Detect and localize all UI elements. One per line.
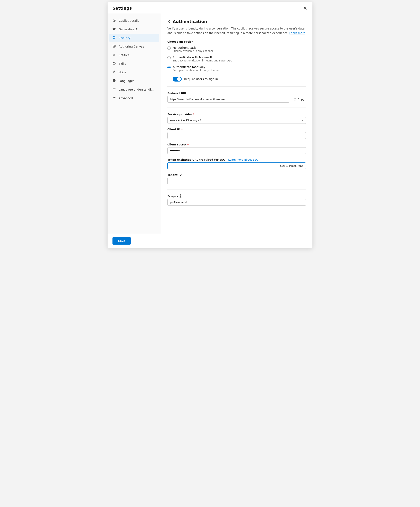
- radio-option-microsoft-auth[interactable]: Authenticate with Microsoft Entra ID aut…: [167, 56, 306, 62]
- sidebar-item-advanced[interactable]: Advanced: [109, 94, 159, 102]
- choose-option-label: Choose an option: [167, 40, 306, 43]
- svg-rect-6: [113, 63, 115, 64]
- learn-more-link[interactable]: Learn more: [289, 31, 305, 35]
- token-exchange-url-group: Token exchange URL (required for SSO) Le…: [167, 158, 306, 169]
- languages-icon: [112, 79, 116, 83]
- settings-window: Settings Copilot detailsGenerative AISec…: [107, 2, 313, 248]
- tenant-id-input[interactable]: [167, 178, 306, 184]
- sidebar-item-voice-label: Voice: [119, 71, 126, 74]
- sidebar-item-authoring-canvas[interactable]: Authoring Canvas: [109, 42, 159, 51]
- sidebar: Copilot detailsGenerative AISecurityAuth…: [107, 13, 161, 234]
- client-secret-label: Client secret *: [167, 143, 306, 146]
- redirect-url-group: Redirect URL Copy: [167, 92, 306, 103]
- tenant-id-label: Tenant ID: [167, 173, 306, 176]
- svg-rect-7: [114, 71, 114, 72]
- window-header: Settings: [107, 2, 313, 13]
- sidebar-item-entities-label: Entities: [119, 53, 129, 57]
- client-secret-input[interactable]: [167, 147, 306, 154]
- sso-learn-more-link[interactable]: Learn more about SSO: [228, 158, 258, 161]
- sidebar-item-language-understanding-label: Language understandi...: [119, 88, 154, 91]
- service-provider-wrapper: Azure Active Directory v2 Azure Active D…: [167, 117, 306, 124]
- advanced-icon: [112, 96, 116, 100]
- main-content: Authentication Verify a user's identity …: [161, 13, 313, 234]
- svg-rect-1: [113, 45, 114, 46]
- window-title: Settings: [113, 6, 132, 11]
- client-id-required: *: [181, 128, 183, 131]
- toggle-row: Require users to sign in: [173, 77, 306, 82]
- redirect-url-row: Copy: [167, 96, 306, 103]
- toggle-label: Require users to sign in: [184, 77, 218, 81]
- radio-no-auth-sub: Publicly available in any channel: [173, 49, 213, 52]
- client-id-label: Client ID *: [167, 128, 306, 131]
- divider-2: [167, 107, 306, 108]
- redirect-url-label: Redirect URL: [167, 92, 306, 95]
- scopes-input[interactable]: [167, 199, 306, 206]
- radio-microsoft-auth-sub: Entra ID authentication in Teams and Pow…: [173, 59, 232, 62]
- sidebar-item-language-understanding[interactable]: Language understandi...: [109, 85, 159, 94]
- scopes-group: Scopes i: [167, 194, 306, 206]
- radio-manual-auth-sub: Set up authentication for any channel: [173, 69, 219, 72]
- section-title: Authentication: [173, 19, 207, 24]
- sidebar-item-entities[interactable]: abEntities: [109, 51, 159, 59]
- token-exchange-url-input[interactable]: [167, 162, 306, 169]
- svg-rect-2: [114, 45, 115, 46]
- sidebar-item-security-label: Security: [119, 36, 130, 40]
- service-provider-label: Service provider *: [167, 113, 306, 116]
- close-button[interactable]: [303, 6, 307, 11]
- window-body: Copilot detailsGenerative AISecurityAuth…: [107, 13, 313, 234]
- sidebar-item-advanced-label: Advanced: [119, 97, 133, 100]
- copy-icon: [293, 98, 296, 101]
- client-secret-group: Client secret *: [167, 143, 306, 154]
- radio-no-auth[interactable]: [167, 47, 171, 50]
- save-button[interactable]: Save: [113, 237, 131, 245]
- radio-group: No authentication Publicly available in …: [167, 46, 306, 72]
- radio-manual-auth-main: Authenticate manually: [173, 65, 219, 69]
- scopes-label: Scopes i: [167, 194, 306, 198]
- client-secret-required: *: [187, 143, 189, 146]
- section-header: Authentication: [167, 19, 306, 24]
- client-id-input[interactable]: [167, 132, 306, 139]
- generative-ai-icon: [112, 27, 116, 31]
- radio-microsoft-auth-main: Authenticate with Microsoft: [173, 56, 232, 59]
- close-icon: [303, 7, 307, 10]
- sidebar-item-generative-ai[interactable]: Generative AI: [109, 25, 159, 33]
- sidebar-item-authoring-canvas-label: Authoring Canvas: [119, 45, 144, 48]
- copy-label: Copy: [298, 98, 304, 101]
- skills-icon: [112, 62, 116, 66]
- back-button[interactable]: [167, 20, 171, 23]
- redirect-url-input[interactable]: [167, 96, 289, 103]
- copilot-details-icon: [112, 19, 116, 23]
- sidebar-item-generative-ai-label: Generative AI: [119, 28, 138, 31]
- sidebar-item-security[interactable]: Security: [109, 34, 159, 42]
- section-description: Verify a user's identity during a conver…: [167, 26, 306, 35]
- sidebar-item-skills[interactable]: Skills: [109, 60, 159, 68]
- authoring-canvas-icon: [112, 44, 116, 49]
- radio-microsoft-auth[interactable]: [167, 56, 171, 59]
- token-exchange-url-label: Token exchange URL (required for SSO) Le…: [167, 158, 306, 161]
- tenant-id-group: Tenant ID: [167, 173, 306, 184]
- svg-text:ab: ab: [113, 54, 115, 56]
- sidebar-item-copilot-details[interactable]: Copilot details: [109, 17, 159, 25]
- service-provider-select[interactable]: Azure Active Directory v2 Azure Active D…: [167, 117, 306, 124]
- language-understanding-icon: [112, 87, 116, 92]
- radio-manual-auth[interactable]: [167, 66, 171, 69]
- entities-icon: ab: [112, 53, 116, 57]
- radio-option-manual-auth[interactable]: Authenticate manually Set up authenticat…: [167, 65, 306, 72]
- radio-no-auth-labels: No authentication Publicly available in …: [173, 46, 213, 52]
- security-icon: [112, 36, 116, 40]
- radio-manual-auth-labels: Authenticate manually Set up authenticat…: [173, 65, 219, 72]
- sidebar-item-copilot-details-label: Copilot details: [119, 19, 139, 22]
- client-id-group: Client ID *: [167, 128, 306, 139]
- svg-rect-3: [113, 46, 114, 47]
- svg-rect-13: [294, 99, 296, 101]
- radio-option-no-auth[interactable]: No authentication Publicly available in …: [167, 46, 306, 52]
- scopes-info-icon[interactable]: i: [179, 194, 182, 198]
- voice-icon: [112, 70, 116, 74]
- sidebar-item-languages[interactable]: Languages: [109, 77, 159, 85]
- sidebar-item-skills-label: Skills: [119, 62, 126, 65]
- window-footer: Save: [107, 234, 313, 248]
- copy-button[interactable]: Copy: [291, 97, 306, 102]
- divider-1: [167, 86, 306, 87]
- require-signin-toggle[interactable]: [173, 77, 182, 82]
- sidebar-item-voice[interactable]: Voice: [109, 68, 159, 76]
